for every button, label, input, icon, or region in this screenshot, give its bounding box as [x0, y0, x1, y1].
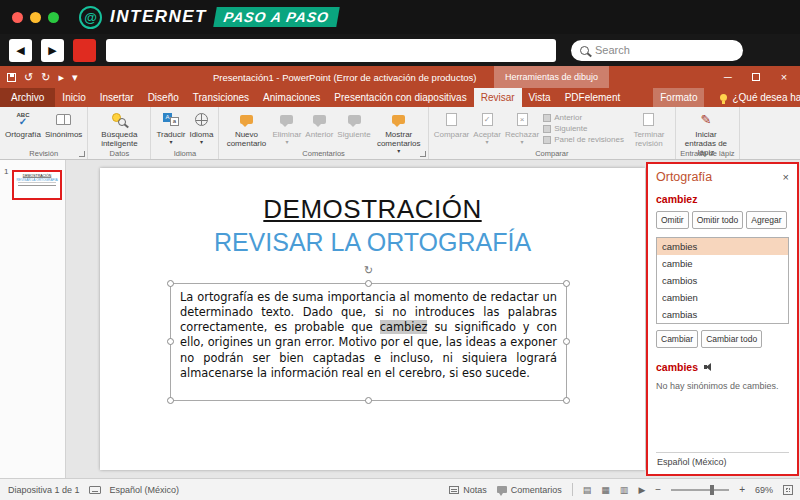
language-button[interactable]: Idioma ▾	[187, 109, 215, 145]
address-bar-input[interactable]	[106, 39, 556, 62]
zoom-dot-icon[interactable]	[48, 12, 59, 23]
dialog-launcher-icon[interactable]	[79, 151, 85, 157]
tab-diseno[interactable]: Diseño	[141, 88, 186, 107]
resize-handle-s[interactable]	[365, 397, 372, 404]
status-language[interactable]: Español (México)	[110, 485, 180, 495]
start-slideshow-icon[interactable]: ▸	[58, 72, 64, 83]
comments-dialog-launcher-icon[interactable]	[420, 151, 426, 157]
resize-handle-sw[interactable]	[167, 397, 174, 404]
new-comment-label: Nuevo comentario	[224, 130, 268, 148]
forward-button[interactable]: ▶	[41, 39, 64, 62]
add-button[interactable]: Agregar	[746, 211, 786, 229]
slide-textbox[interactable]: La ortografía es de suma importancia al …	[170, 283, 567, 401]
suggestion-item[interactable]: cambies	[657, 238, 788, 255]
next-change-button[interactable]: Siguiente	[541, 124, 626, 133]
tab-archivo[interactable]: Archivo	[0, 88, 55, 107]
close-dot-icon[interactable]	[12, 12, 23, 23]
slide-sorter-icon[interactable]: ▦	[601, 485, 610, 495]
tell-me-box[interactable]: ¿Qué desea hacer?	[720, 88, 800, 107]
resize-handle-ne[interactable]	[563, 280, 570, 287]
previous-comment-button[interactable]: Anterior	[303, 109, 335, 139]
previous-change-button[interactable]: Anterior	[541, 113, 626, 122]
back-button[interactable]: ◀	[9, 39, 32, 62]
change-button[interactable]: Cambiar	[656, 330, 698, 348]
resize-handle-w[interactable]	[167, 338, 174, 345]
suggestion-item[interactable]: cambien	[657, 289, 788, 306]
reject-label: Rechazar	[505, 130, 539, 139]
notes-toggle[interactable]: Notas	[449, 485, 487, 495]
search-icon	[580, 46, 589, 55]
accept-dropdown-icon: ▾	[486, 139, 489, 145]
resize-handle-nw[interactable]	[167, 280, 174, 287]
tab-inicio[interactable]: Inicio	[55, 88, 92, 107]
tab-presentacion[interactable]: Presentación con diapositivas	[327, 88, 473, 107]
resize-handle-se[interactable]	[563, 397, 570, 404]
zoom-in-button[interactable]: +	[739, 484, 745, 495]
zoom-percentage[interactable]: 69%	[755, 485, 773, 495]
slide-thumbnail[interactable]: DEMOSTRACIÓN REVISAR LA ORTOGRAFÍA	[12, 170, 62, 200]
resize-handle-e[interactable]	[563, 338, 570, 345]
delete-comment-label: Eliminar	[272, 130, 301, 139]
undo-icon[interactable]: ↺	[24, 72, 33, 83]
restore-button[interactable]	[742, 66, 770, 88]
minimize-button[interactable]: ─	[714, 66, 742, 88]
compare-button[interactable]: Comparar	[432, 109, 472, 139]
suggestion-item[interactable]: cambios	[657, 272, 788, 289]
tab-vista[interactable]: Vista	[522, 88, 558, 107]
translate-button[interactable]: A a Traducir ▾	[154, 109, 187, 145]
slide-subtitle[interactable]: REVISAR LA ORTOGRAFÍA	[100, 228, 645, 257]
rotate-handle-icon[interactable]: ↻	[364, 265, 373, 276]
normal-view-icon[interactable]: ▤	[583, 485, 592, 495]
window-controls: ─ ×	[714, 66, 798, 88]
next-comment-button[interactable]: Siguiente	[335, 109, 372, 139]
zoom-out-button[interactable]: −	[655, 484, 661, 495]
synonym-row: cambies	[656, 361, 789, 373]
show-comments-button[interactable]: Mostrar comentarios ▾	[373, 109, 425, 154]
search-box[interactable]	[571, 40, 743, 61]
slide-title[interactable]: DEMOSTRACIÓN	[100, 194, 645, 225]
speaker-icon[interactable]	[704, 363, 715, 372]
delete-comment-button[interactable]: Eliminar ▾	[270, 109, 303, 145]
ignore-button[interactable]: Omitir	[656, 211, 689, 229]
search-input[interactable]	[595, 44, 734, 56]
slideshow-icon[interactable]: ▶	[638, 485, 645, 495]
end-review-button[interactable]: Terminar revisión	[626, 109, 672, 148]
reviewing-pane-button[interactable]: Panel de revisiones	[541, 135, 626, 144]
ignore-all-button[interactable]: Omitir todo	[692, 211, 744, 229]
tab-animaciones[interactable]: Animaciones	[256, 88, 327, 107]
reading-view-icon[interactable]: ▥	[620, 485, 629, 495]
fit-to-window-icon[interactable]	[783, 485, 793, 495]
tab-insertar[interactable]: Insertar	[93, 88, 141, 107]
accept-button[interactable]: ✓ Aceptar ▾	[471, 109, 503, 145]
change-all-button[interactable]: Cambiar todo	[701, 330, 762, 348]
tab-formato[interactable]: Formato	[653, 88, 704, 107]
screen: @ INTERNET PASO A PASO ◀ ▶ ↺ ↻ ▸ ▾ Prese…	[0, 0, 800, 500]
reject-button[interactable]: × Rechazar ▾	[503, 109, 541, 145]
suggestion-item[interactable]: cambie	[657, 255, 788, 272]
zoom-slider-thumb[interactable]	[710, 485, 714, 495]
brand-logo: @ INTERNET PASO A PASO	[79, 6, 338, 29]
slide-canvas[interactable]: DEMOSTRACIÓN REVISAR LA ORTOGRAFÍA La or…	[100, 168, 645, 470]
tab-revisar[interactable]: Revisar	[474, 88, 522, 107]
thesaurus-button[interactable]: Sinónimos	[43, 109, 84, 139]
redo-icon[interactable]: ↻	[41, 72, 50, 83]
spelling-button[interactable]: ABC ✓ Ortografía	[3, 109, 43, 139]
comments-toggle[interactable]: Comentarios	[497, 485, 562, 495]
red-action-button[interactable]	[73, 39, 96, 62]
tab-pdfelement[interactable]: PDFelement	[558, 88, 628, 107]
minimize-dot-icon[interactable]	[30, 12, 41, 23]
compare-icon	[446, 111, 457, 128]
zoom-slider[interactable]	[671, 489, 729, 491]
save-icon[interactable]	[7, 73, 16, 82]
customize-qat-icon[interactable]: ▾	[72, 72, 78, 83]
suggestion-item[interactable]: cambias	[657, 306, 788, 323]
close-button[interactable]: ×	[770, 66, 798, 88]
resize-handle-n[interactable]	[365, 280, 372, 287]
smart-lookup-button[interactable]: Búsqueda inteligente	[91, 109, 147, 148]
new-comment-button[interactable]: Nuevo comentario	[222, 109, 270, 148]
tab-transiciones[interactable]: Transiciones	[186, 88, 256, 107]
pane-close-icon[interactable]: ×	[783, 171, 789, 183]
group-label-revision: Revisión	[0, 149, 87, 158]
misspelled-word-highlight[interactable]: cambiez	[380, 320, 428, 334]
pane-language[interactable]: Español (México)	[656, 452, 789, 468]
